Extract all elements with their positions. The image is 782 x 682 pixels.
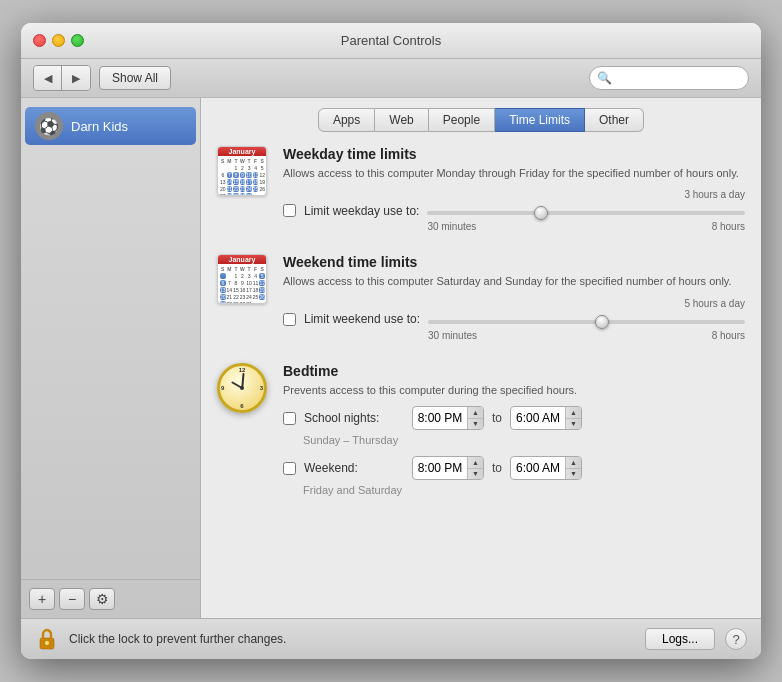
bedtime-description: Prevents access to this computer during … [283,383,745,398]
weekday-section: January SMTWTFS 12345 6789101112 1314151… [217,146,745,234]
show-all-button[interactable]: Show All [99,66,171,90]
school-nights-to-field: 6:00 AM ▲ ▼ [510,406,582,430]
weekend-content: Weekend time limits Allows access to thi… [283,254,745,342]
logs-button[interactable]: Logs... [645,628,715,650]
weekend-slider[interactable] [428,320,745,324]
toolbar: ◀ ▶ Show All 🔍 [21,59,761,98]
school-nights-from-down[interactable]: ▼ [468,419,483,430]
sidebar: ⚽ Darn Kids + − ⚙ [21,98,201,618]
settings-button[interactable]: ⚙ [89,588,115,610]
sidebar-list: ⚽ Darn Kids [21,98,200,579]
bedtime-weekend-checkbox[interactable] [283,462,296,475]
weekday-slider-hint: 3 hours a day [427,189,745,200]
school-nights-sublabel: Sunday – Thursday [303,434,745,446]
school-nights-checkbox[interactable] [283,412,296,425]
weekday-slider-labels: 30 minutes 8 hours [427,221,745,232]
weekend-limit-row: Limit weekend use to: 5 hours a day 30 m… [283,298,745,341]
minimize-button[interactable] [52,34,65,47]
school-nights-to-label: to [492,411,502,425]
help-button[interactable]: ? [725,628,747,650]
bedtime-weekend-from-field: 8:00 PM ▲ ▼ [412,456,484,480]
weekend-calendar-icon: January SMTWTFS 12345 6789101112 1314151… [217,254,271,308]
weekday-checkbox-label: Limit weekday use to: [304,204,419,218]
forward-button[interactable]: ▶ [62,66,90,90]
bedtime-weekend-from-time: 8:00 PM [413,461,467,475]
bedtime-weekend-sublabel: Friday and Saturday [303,484,745,496]
tab-other[interactable]: Other [585,108,644,132]
bedtime-weekend-to-stepper: ▲ ▼ [565,457,581,479]
bedtime-weekend-to-field: 6:00 AM ▲ ▼ [510,456,582,480]
weekend-section: January SMTWTFS 12345 6789101112 1314151… [217,254,745,342]
clock-icon: 12 3 6 9 [217,363,271,417]
add-user-button[interactable]: + [29,588,55,610]
titlebar: Parental Controls [21,23,761,59]
main-window: Parental Controls ◀ ▶ Show All 🔍 ⚽ Darn … [21,23,761,659]
weekday-checkbox[interactable] [283,204,296,217]
weekend-checkbox[interactable] [283,313,296,326]
school-nights-label: School nights: [304,411,404,425]
weekday-slider-max: 8 hours [712,221,745,232]
school-nights-from-time: 8:00 PM [413,411,467,425]
user-avatar-icon: ⚽ [35,112,63,140]
weekend-calendar-grid: SMTWTFS 12345 6789101112 13141516171819 … [218,264,266,304]
search-box: 🔍 [589,66,749,90]
close-button[interactable] [33,34,46,47]
sidebar-footer: + − ⚙ [21,579,200,618]
school-nights-to-stepper: ▲ ▼ [565,407,581,429]
tab-people[interactable]: People [429,108,495,132]
tab-time-limits[interactable]: Time Limits [495,108,585,132]
weekday-limit-row: Limit weekday use to: 3 hours a day 30 m… [283,189,745,232]
weekend-slider-max: 8 hours [712,330,745,341]
search-input[interactable] [589,66,749,90]
weekend-slider-min: 30 minutes [428,330,477,341]
bedtime-weekend-label: Weekend: [304,461,404,475]
tabs-bar: Apps Web People Time Limits Other [217,108,745,132]
bedtime-weekend-to-down[interactable]: ▼ [566,469,581,480]
bedtime-weekend-from-stepper: ▲ ▼ [467,457,483,479]
window-title: Parental Controls [341,33,441,48]
remove-user-button[interactable]: − [59,588,85,610]
weekday-content: Weekday time limits Allows access to thi… [283,146,745,234]
school-nights-from-field: 8:00 PM ▲ ▼ [412,406,484,430]
weekend-calendar-month: January [218,255,266,264]
bedtime-title: Bedtime [283,363,745,379]
bedtime-weekend-to-up[interactable]: ▲ [566,457,581,469]
bedtime-section: 12 3 6 9 Bedtime Prevents access to t [217,363,745,506]
bedtime-weekend-to-label: to [492,461,502,475]
search-icon: 🔍 [597,71,612,85]
school-nights-from-up[interactable]: ▲ [468,407,483,419]
weekend-checkbox-label: Limit weekend use to: [304,312,420,326]
weekend-title: Weekend time limits [283,254,745,270]
school-nights-row: School nights: 8:00 PM ▲ ▼ to 6:00 AM [283,406,745,430]
bedtime-weekend-to-time: 6:00 AM [511,461,565,475]
lock-message: Click the lock to prevent further change… [69,632,635,646]
calendar-grid: SMTWTFS 12345 6789101112 13141516171819 … [218,156,266,196]
tab-web[interactable]: Web [375,108,428,132]
weekend-slider-labels: 30 minutes 8 hours [428,330,745,341]
bedtime-weekend-row: Weekend: 8:00 PM ▲ ▼ to 6:00 AM [283,456,745,480]
weekday-slider-container: 3 hours a day 30 minutes 8 hours [427,189,745,232]
weekday-calendar-icon: January SMTWTFS 12345 6789101112 1314151… [217,146,271,200]
school-nights-to-up[interactable]: ▲ [566,407,581,419]
content-area: ⚽ Darn Kids + − ⚙ Apps Web People Time L… [21,98,761,618]
bedtime-content: Bedtime Prevents access to this computer… [283,363,745,506]
weekday-slider[interactable] [427,211,745,215]
main-panel: Apps Web People Time Limits Other Januar… [201,98,761,618]
weekday-title: Weekday time limits [283,146,745,162]
tab-apps[interactable]: Apps [318,108,375,132]
weekday-description: Allows access to this computer Monday th… [283,166,745,181]
weekend-slider-container: 5 hours a day 30 minutes 8 hours [428,298,745,341]
school-nights-from-stepper: ▲ ▼ [467,407,483,429]
weekday-slider-min: 30 minutes [427,221,476,232]
bedtime-weekend-from-up[interactable]: ▲ [468,457,483,469]
sidebar-item-darn-kids[interactable]: ⚽ Darn Kids [25,107,196,145]
lock-icon[interactable] [35,627,59,651]
back-button[interactable]: ◀ [34,66,62,90]
bedtime-weekend-from-down[interactable]: ▼ [468,469,483,480]
school-nights-to-time: 6:00 AM [511,411,565,425]
school-nights-to-down[interactable]: ▼ [566,419,581,430]
maximize-button[interactable] [71,34,84,47]
weekend-slider-hint: 5 hours a day [428,298,745,309]
calendar-month-label: January [218,147,266,156]
nav-buttons: ◀ ▶ [33,65,91,91]
